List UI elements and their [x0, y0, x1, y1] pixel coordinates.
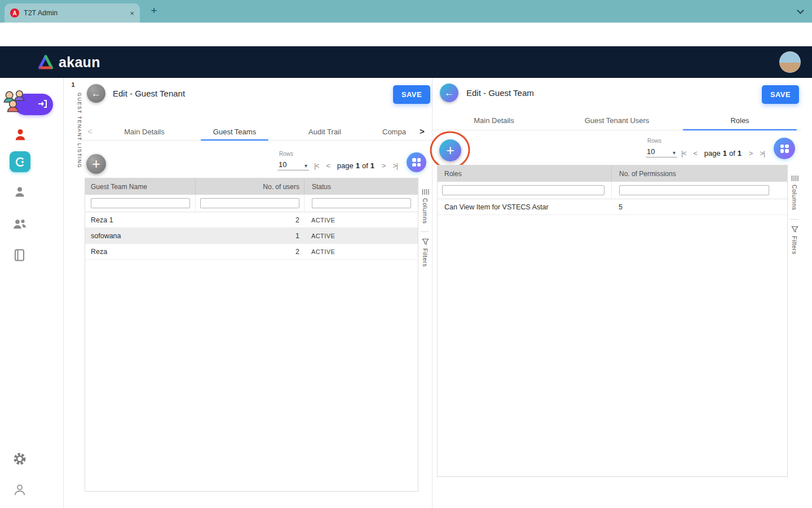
table-row[interactable]: Can View Item for VSTECS Astar 5: [438, 199, 787, 215]
settings-gear-icon[interactable]: [12, 452, 27, 468]
tab-roles[interactable]: Roles: [678, 111, 801, 130]
tab-company[interactable]: Compa: [376, 123, 417, 140]
col-header-no-of-users: No. of users: [195, 178, 304, 195]
table-row[interactable]: sofowana 1 ACTIVE: [85, 228, 418, 244]
tab-search-chevron-icon[interactable]: [797, 7, 804, 14]
cell-users: 2: [195, 212, 304, 227]
tab-main-details[interactable]: Main Details: [105, 123, 184, 140]
grid-view-button[interactable]: [774, 138, 795, 159]
col-header-status: Status: [304, 178, 418, 195]
red-person-applet-icon[interactable]: [13, 128, 28, 144]
journal-menu-icon[interactable]: [13, 248, 27, 264]
table-filter-row: [85, 195, 418, 212]
cell-status: ACTIVE: [304, 244, 418, 259]
app-logo-text: akaun: [59, 54, 100, 71]
guest-tenant-panel: ← Edit - Guest Tenant SAVE < Main Detail…: [82, 78, 432, 508]
user-avatar[interactable]: [779, 51, 801, 73]
roles-filter-input[interactable]: [442, 185, 604, 195]
columns-icon: [791, 175, 798, 182]
columns-label: Columns: [791, 185, 798, 211]
tools-separator: [420, 231, 429, 232]
rows-per-page-select[interactable]: 10 ▾: [277, 159, 309, 170]
listing-strip: 1 GUEST TENANT LISTING: [63, 78, 82, 508]
filters-label: Filters: [791, 236, 798, 255]
add-role-button[interactable]: +: [439, 139, 461, 161]
tab-main-details[interactable]: Main Details: [433, 111, 555, 130]
columns-icon: [422, 189, 429, 195]
page-title: Edit - Guest Tenant: [113, 89, 185, 98]
grid-icon: [412, 158, 421, 167]
rows-value: 10: [279, 160, 286, 169]
guest-teams-table: Guest Team Name No. of users Status Reza…: [85, 178, 418, 492]
browser-tabstrip: A T2T Admin × +: [0, 0, 812, 23]
cell-role: Can View Item for VSTECS Astar: [438, 199, 611, 214]
page-info: page1of1: [337, 161, 374, 170]
prev-page-button[interactable]: <: [694, 150, 697, 157]
listing-label: GUEST TENANT LISTING: [64, 93, 82, 169]
next-page-button[interactable]: >: [382, 162, 385, 170]
app-sidebar: [0, 78, 42, 508]
person-menu-icon[interactable]: [13, 185, 27, 201]
filter-funnel-icon: [791, 226, 798, 233]
table-header-row: Guest Team Name No. of users Status: [85, 178, 418, 195]
no-of-users-filter-input[interactable]: [200, 198, 299, 208]
next-page-button[interactable]: >: [749, 150, 752, 157]
table-filter-row: [438, 182, 787, 199]
permissions-filter-input[interactable]: [619, 185, 769, 195]
tabs-scroll-left-icon[interactable]: <: [87, 126, 92, 136]
tab-bar: Main Details Guest Tenant Users Roles: [433, 111, 801, 130]
profile-outline-icon[interactable]: [13, 483, 27, 499]
columns-tool[interactable]: Columns: [789, 175, 800, 211]
last-page-button[interactable]: >|: [392, 162, 398, 170]
tab-guest-tenant-users[interactable]: Guest Tenant Users: [555, 111, 678, 130]
filters-tool[interactable]: Filters: [789, 226, 800, 255]
cell-users: 1: [195, 228, 304, 243]
browser-toolbar: ← → akaun.cloud/#/applet/t2t/akaun/t2t-a…: [0, 23, 812, 46]
tabs-scroll-right-icon[interactable]: >: [420, 126, 425, 136]
listing-index: 1: [64, 81, 82, 88]
app-navbar: akaun: [0, 46, 812, 78]
roles-table: Roles No. of Permissions Can View Item f…: [437, 165, 788, 477]
akaun-logo-icon: [37, 54, 54, 70]
table-row[interactable]: Reza 2 ACTIVE: [85, 244, 418, 260]
last-page-button[interactable]: >|: [760, 150, 765, 157]
guest-tenant-applet-icon[interactable]: [1, 88, 28, 116]
col-header-guest-team-name: Guest Team Name: [85, 178, 195, 195]
col-header-no-of-permissions: No. of Permissions: [611, 165, 787, 182]
cell-name: Reza: [85, 244, 195, 259]
tab-guest-teams[interactable]: Guest Teams: [195, 123, 274, 140]
prev-page-button[interactable]: <: [326, 162, 330, 170]
filters-label: Filters: [422, 248, 429, 267]
tools-separator: [789, 219, 798, 220]
filters-tool[interactable]: Filters: [420, 238, 431, 267]
new-tab-button[interactable]: +: [147, 3, 161, 18]
columns-tool[interactable]: Columns: [420, 189, 431, 224]
browser-tab[interactable]: A T2T Admin ×: [5, 3, 140, 23]
tab-audit-trail[interactable]: Audit Trail: [285, 123, 364, 140]
status-filter-input[interactable]: [312, 198, 411, 208]
tab-close-icon[interactable]: ×: [130, 9, 134, 17]
tab-bar: < Main Details Guest Teams Audit Trail C…: [82, 123, 432, 141]
save-button[interactable]: SAVE: [393, 85, 430, 104]
pagination: |< < page1of1 > >|: [314, 161, 398, 170]
first-page-button[interactable]: |<: [681, 150, 686, 157]
grid-icon: [780, 144, 789, 153]
grid-view-button[interactable]: [407, 152, 426, 172]
guest-team-panel: ← Edit - Guest Team SAVE Main Details Gu…: [433, 78, 812, 508]
first-page-button[interactable]: |<: [314, 162, 319, 170]
teal-applet-icon[interactable]: [10, 151, 30, 172]
add-guest-team-button[interactable]: +: [86, 154, 106, 174]
cell-name: Reza 1: [85, 212, 195, 227]
rows-per-page-select[interactable]: 10 ▾: [646, 146, 677, 157]
tab-title: T2T Admin: [24, 9, 125, 17]
save-button[interactable]: SAVE: [762, 85, 799, 104]
col-header-roles: Roles: [438, 165, 611, 182]
cell-permissions: 5: [611, 199, 787, 214]
guest-team-name-filter-input[interactable]: [91, 198, 190, 208]
table-row[interactable]: Reza 1 2 ACTIVE: [85, 212, 418, 228]
people-menu-icon[interactable]: [12, 217, 28, 234]
back-button[interactable]: ←: [440, 84, 458, 102]
back-button[interactable]: ←: [87, 84, 105, 103]
rows-label: Rows: [279, 151, 293, 157]
caret-down-icon: ▾: [304, 163, 307, 169]
